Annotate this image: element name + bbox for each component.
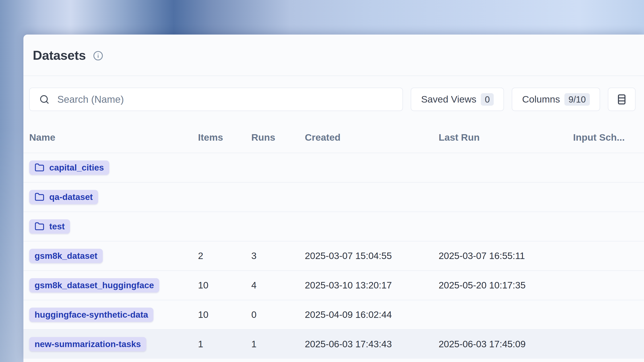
row-height-button[interactable] xyxy=(608,88,636,111)
runs-cell: 4 xyxy=(251,280,305,291)
table-row[interactable]: test xyxy=(24,212,644,241)
panel-header: Datasets xyxy=(24,34,644,75)
dataset-name-label: capital_cities xyxy=(49,163,104,173)
table-row[interactable]: qa-dataset xyxy=(24,182,644,212)
column-header-runs[interactable]: Runs xyxy=(251,132,305,143)
created-cell: 2025-03-10 13:20:17 xyxy=(305,280,438,291)
last-run-cell: 2025-05-20 10:17:35 xyxy=(438,280,573,291)
columns-button[interactable]: Columns 9/10 xyxy=(512,88,600,111)
created-cell: 2025-03-07 15:04:55 xyxy=(305,251,438,261)
info-icon[interactable] xyxy=(93,51,103,61)
table-body: capital_citiesqa-datasettestgsm8k_datase… xyxy=(24,153,644,359)
dataset-name-badge[interactable]: test xyxy=(29,219,70,234)
dataset-name-cell: gsm8k_dataset_huggingface xyxy=(29,278,198,293)
search-input-container[interactable] xyxy=(29,88,403,111)
dataset-name-label: huggingface-synthetic-data xyxy=(34,310,148,320)
table-row[interactable]: gsm8k_dataset_huggingface1042025-03-10 1… xyxy=(24,270,644,300)
dataset-name-label: new-summarization-tasks xyxy=(34,339,141,349)
dataset-name-label: gsm8k_dataset_huggingface xyxy=(34,280,154,290)
columns-count-badge: 9/10 xyxy=(564,93,590,106)
folder-icon xyxy=(34,222,44,231)
folder-icon xyxy=(34,163,44,173)
created-cell: 2025-06-03 17:43:43 xyxy=(305,339,438,350)
dataset-name-badge[interactable]: qa-dataset xyxy=(29,190,98,204)
table-row[interactable]: new-summarization-tasks112025-06-03 17:4… xyxy=(24,329,644,359)
dataset-name-cell: huggingface-synthetic-data xyxy=(29,308,198,322)
dataset-name-cell: new-summarization-tasks xyxy=(29,337,198,351)
columns-label: Columns xyxy=(522,94,560,105)
dataset-name-cell: gsm8k_dataset xyxy=(29,249,198,263)
dataset-name-badge[interactable]: gsm8k_dataset_huggingface xyxy=(29,278,159,293)
column-header-created[interactable]: Created xyxy=(305,132,438,143)
dataset-name-badge[interactable]: gsm8k_dataset xyxy=(29,249,103,263)
app-background: { "page": { "title": "Datasets" }, "tool… xyxy=(0,0,644,362)
dataset-name-label: qa-dataset xyxy=(49,192,93,202)
dataset-name-badge[interactable]: huggingface-synthetic-data xyxy=(29,308,154,322)
saved-views-label: Saved Views xyxy=(421,94,476,105)
dataset-name-label: gsm8k_dataset xyxy=(34,251,98,261)
created-cell: 2025-04-09 16:02:44 xyxy=(305,309,438,320)
table-row[interactable]: capital_cities xyxy=(24,153,644,182)
runs-cell: 3 xyxy=(251,251,305,261)
rows-icon xyxy=(616,93,628,105)
folder-icon xyxy=(34,192,44,202)
page-title: Datasets xyxy=(33,48,86,63)
items-cell: 2 xyxy=(198,251,251,261)
items-cell: 10 xyxy=(198,280,251,291)
column-header-items[interactable]: Items xyxy=(198,132,251,143)
table-row[interactable]: gsm8k_dataset232025-03-07 15:04:552025-0… xyxy=(24,241,644,270)
column-header-last-run[interactable]: Last Run xyxy=(438,132,573,143)
table-row[interactable]: huggingface-synthetic-data1002025-04-09 … xyxy=(24,300,644,329)
search-icon xyxy=(39,94,50,105)
dataset-name-cell: qa-dataset xyxy=(29,190,198,204)
items-cell: 1 xyxy=(198,339,251,350)
search-input[interactable] xyxy=(57,94,402,105)
toolbar: Saved Views 0 Columns 9/10 xyxy=(24,76,644,111)
items-cell: 10 xyxy=(198,309,251,320)
datasets-panel: Datasets Saved Views 0 Columns xyxy=(24,34,644,362)
dataset-name-label: test xyxy=(49,222,65,231)
table-header-row: Name Items Runs Created Last Run Input S… xyxy=(24,111,644,153)
runs-cell: 0 xyxy=(251,309,305,320)
last-run-cell: 2025-06-03 17:45:09 xyxy=(438,339,573,350)
saved-views-button[interactable]: Saved Views 0 xyxy=(411,88,504,111)
saved-views-count-badge: 0 xyxy=(481,93,494,106)
dataset-name-badge[interactable]: new-summarization-tasks xyxy=(29,337,146,351)
column-header-name[interactable]: Name xyxy=(29,132,198,143)
dataset-name-cell: capital_cities xyxy=(29,160,198,175)
runs-cell: 1 xyxy=(251,339,305,350)
column-header-input-schema[interactable]: Input Sch... xyxy=(573,132,644,143)
last-run-cell: 2025-03-07 16:55:11 xyxy=(438,251,573,261)
dataset-name-badge[interactable]: capital_cities xyxy=(29,160,109,175)
dataset-name-cell: test xyxy=(29,219,198,234)
